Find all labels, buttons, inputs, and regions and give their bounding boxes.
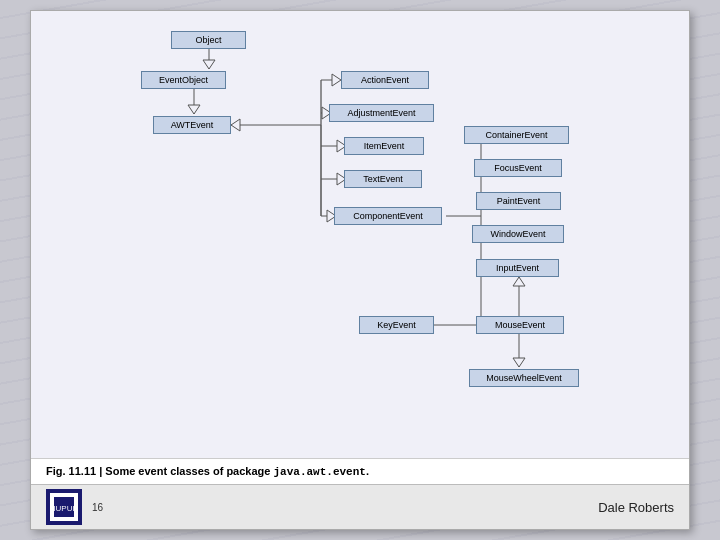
logo-icon: IUPUI: [53, 496, 75, 518]
box-object: Object: [171, 31, 246, 49]
footer-area: IUPUI 16 Dale Roberts: [31, 484, 689, 529]
box-adjustmentevent: AdjustmentEvent: [329, 104, 434, 122]
diagram-area: Object EventObject AWTEvent ActionEvent …: [31, 11, 689, 458]
box-containerevent: ContainerEvent: [464, 126, 569, 144]
box-textevent: TextEvent: [344, 170, 422, 188]
box-windowevent: WindowEvent: [472, 225, 564, 243]
box-actionevent: ActionEvent: [341, 71, 429, 89]
caption-end: .: [366, 465, 369, 477]
presenter-name: Dale Roberts: [598, 500, 674, 515]
caption-area: Fig. 11.11 | Some event classes of packa…: [31, 458, 689, 484]
box-mouseevent: MouseEvent: [476, 316, 564, 334]
box-inputevent: InputEvent: [476, 259, 559, 277]
svg-text:IUPUI: IUPUI: [53, 504, 74, 513]
box-mousewheelevent: MouseWheelEvent: [469, 369, 579, 387]
svg-marker-1: [203, 60, 215, 69]
svg-marker-36: [513, 277, 525, 286]
caption-text: | Some event classes of package: [96, 465, 273, 477]
box-eventobject: EventObject: [141, 71, 226, 89]
figure-label: Fig. 11.11: [46, 465, 96, 477]
page-number: 16: [92, 502, 103, 513]
iupui-logo: IUPUI: [46, 489, 82, 525]
svg-marker-14: [332, 74, 341, 86]
slide-container: Object EventObject AWTEvent ActionEvent …: [30, 10, 690, 530]
svg-marker-3: [188, 105, 200, 114]
box-focusevent: FocusEvent: [474, 159, 562, 177]
svg-marker-38: [513, 358, 525, 367]
box-componentevent: ComponentEvent: [334, 207, 442, 225]
svg-marker-6: [231, 119, 240, 131]
box-paintevent: PaintEvent: [476, 192, 561, 210]
package-name: java.awt.event: [273, 466, 365, 478]
box-awtevent: AWTEvent: [153, 116, 231, 134]
box-keyevent: KeyEvent: [359, 316, 434, 334]
box-itemevent: ItemEvent: [344, 137, 424, 155]
